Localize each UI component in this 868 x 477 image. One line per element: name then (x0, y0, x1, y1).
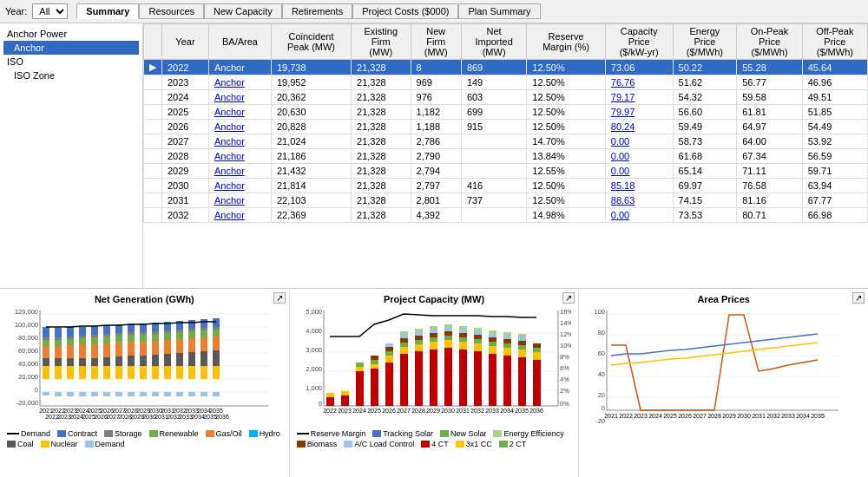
area-cell[interactable]: Anchor (208, 149, 271, 164)
area-cell[interactable]: Anchor (208, 208, 271, 223)
table-row[interactable]: 2031Anchor22,10321,3282,80173712.50%88.6… (144, 193, 868, 208)
tab-resources[interactable]: Resources (139, 3, 204, 19)
svg-rect-206 (430, 330, 437, 333)
svg-rect-197 (415, 344, 423, 351)
svg-rect-101 (188, 366, 195, 379)
imported-cell: 915 (461, 120, 526, 134)
year-select[interactable]: All (32, 3, 68, 19)
tab-new-capacity[interactable]: New Capacity (204, 3, 282, 19)
svg-rect-47 (91, 344, 98, 358)
svg-rect-54 (103, 343, 110, 357)
sidebar-item-anchor-power[interactable]: Anchor Power (3, 27, 139, 41)
reserve-cell: 12.50% (527, 90, 605, 105)
area-cell[interactable]: Anchor (208, 134, 271, 149)
svg-rect-22 (43, 327, 49, 337)
cap-price-cell[interactable]: 79.17 (605, 90, 673, 105)
tab-project-costs-000[interactable]: Project Costs ($000) (352, 3, 458, 19)
table-row[interactable]: 2029Anchor21,43221,3282,79412.55%0.0065.… (144, 164, 868, 179)
sidebar-item-iso[interactable]: ISO (3, 55, 139, 69)
svg-text:4,000: 4,000 (306, 327, 322, 335)
proj-cap-expand[interactable]: ↗ (562, 292, 575, 304)
cap-price-cell[interactable]: 0.00 (605, 208, 673, 223)
year-cell: 2027 (162, 134, 209, 149)
svg-rect-246 (533, 348, 541, 352)
svg-rect-82 (152, 341, 159, 355)
sidebar-item-iso-zone[interactable]: ISO Zone (3, 69, 139, 82)
svg-rect-17 (43, 366, 49, 379)
svg-rect-216 (459, 337, 467, 342)
svg-rect-42 (79, 336, 86, 338)
svg-rect-73 (140, 366, 147, 379)
table-row[interactable]: 2028Anchor21,18621,3282,79013.84%0.0061.… (144, 149, 868, 164)
cap-price-cell[interactable]: 73.06 (605, 60, 673, 75)
svg-text:40: 40 (598, 370, 605, 378)
new-cell: 2,801 (411, 193, 461, 208)
cap-price-cell[interactable]: 85.18 (605, 179, 673, 193)
reserve-cell: 14.70% (527, 134, 605, 149)
cap-price-cell[interactable]: 88.63 (605, 193, 673, 208)
area-cell[interactable]: Anchor (208, 164, 271, 179)
tab-plan-summary[interactable]: Plan Summary (458, 3, 540, 19)
svg-text:4%: 4% (560, 376, 569, 383)
cap-price-cell[interactable]: 0.00 (605, 164, 673, 179)
existing-cell: 21,328 (352, 134, 411, 149)
svg-rect-100 (176, 392, 183, 396)
svg-rect-174 (326, 397, 334, 406)
area-cell[interactable]: Anchor (208, 75, 271, 90)
svg-rect-232 (503, 356, 511, 406)
area-prices-expand[interactable]: ↗ (852, 292, 865, 304)
peak-cell: 21,432 (271, 164, 351, 179)
year-cell: 2029 (162, 164, 209, 179)
table-row[interactable]: 2025Anchor20,63021,3281,18269912.50%79.9… (144, 105, 868, 120)
svg-rect-27 (55, 340, 62, 346)
table-row[interactable]: 2027Anchor21,02421,3282,78614.70%0.0058.… (144, 134, 868, 149)
svg-rect-44 (79, 392, 86, 396)
table-row[interactable]: 2032Anchor22,36921,3284,39214.98%0.0073.… (144, 208, 868, 223)
svg-text:2021: 2021 (605, 413, 619, 419)
svg-text:3,000: 3,000 (306, 346, 322, 354)
table-row[interactable]: 2030Anchor21,81421,3282,79741612.50%85.1… (144, 179, 868, 193)
svg-rect-218 (459, 330, 467, 333)
svg-rect-202 (430, 350, 437, 406)
area-cell[interactable]: Anchor (208, 179, 271, 193)
svg-rect-245 (533, 352, 541, 360)
new-cell: 1,182 (411, 105, 461, 120)
sidebar-item-anchor[interactable]: Anchor (3, 41, 139, 55)
area-cell[interactable]: Anchor (208, 60, 271, 75)
svg-rect-113 (201, 319, 207, 328)
svg-rect-214 (459, 350, 467, 406)
svg-rect-116 (213, 350, 220, 366)
svg-rect-45 (91, 366, 98, 379)
peak-cell: 22,103 (271, 193, 351, 208)
svg-rect-240 (518, 345, 526, 350)
tab-retirements[interactable]: Retirements (282, 3, 352, 19)
cap-price-cell[interactable]: 76.76 (605, 75, 673, 90)
svg-rect-79 (140, 392, 147, 396)
area-cell[interactable]: Anchor (208, 193, 271, 208)
svg-text:100: 100 (595, 308, 606, 316)
svg-rect-196 (415, 351, 423, 406)
svg-rect-20 (43, 340, 49, 346)
area-cell[interactable]: Anchor (208, 120, 271, 134)
proj-cap-legend: Reserve Margin Tracking Solar New Solar … (293, 428, 575, 450)
svg-rect-37 (67, 392, 74, 396)
tab-summary[interactable]: Summary (76, 3, 139, 19)
table-row[interactable]: ▶2022Anchor19,73821,328886912.50%73.0650… (144, 60, 868, 75)
area-cell[interactable]: Anchor (208, 105, 271, 120)
cap-price-cell[interactable]: 80.24 (605, 120, 673, 134)
svg-text:0: 0 (35, 386, 38, 394)
area-cell[interactable]: Anchor (208, 90, 271, 105)
table-row[interactable]: 2026Anchor20,82821,3281,18891512.50%80.2… (144, 120, 868, 134)
cap-price-cell[interactable]: 0.00 (605, 149, 673, 164)
svg-rect-236 (503, 336, 511, 339)
net-gen-expand[interactable]: ↗ (273, 292, 286, 304)
table-row[interactable]: 2023Anchor19,95221,32896914912.50%76.765… (144, 75, 868, 90)
svg-text:2,000: 2,000 (306, 365, 322, 373)
cap-price-cell[interactable]: 0.00 (605, 134, 673, 149)
table-row[interactable]: 2024Anchor20,36221,32897660312.50%79.175… (144, 90, 868, 105)
svg-rect-114 (201, 392, 207, 396)
svg-text:2034: 2034 (500, 408, 514, 414)
table-area: Year BA/Area CoincidentPeak (MW) Existin… (143, 23, 868, 288)
cap-price-cell[interactable]: 79.97 (605, 105, 673, 120)
reserve-cell: 13.84% (527, 149, 605, 164)
